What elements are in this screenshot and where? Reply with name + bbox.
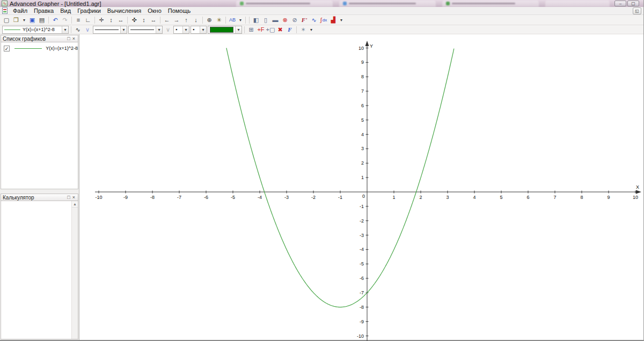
svg-text:Y: Y: [370, 43, 373, 49]
color-swatch: [210, 27, 233, 33]
add-table-button[interactable]: +▢: [266, 25, 275, 34]
svg-text:7: 7: [361, 88, 364, 94]
open-button[interactable]: ❐: [11, 16, 21, 24]
shrink-vertical-button[interactable]: ↕: [139, 16, 149, 24]
menu-calculations[interactable]: Вычисления: [104, 7, 144, 15]
statistics-button[interactable]: ▟: [328, 16, 338, 24]
toolbar-separator: [249, 17, 250, 24]
shrink-graph-button[interactable]: ✜: [129, 16, 139, 24]
default-scale-button[interactable]: ⊕: [204, 16, 214, 24]
graph-type-button[interactable]: ∿: [73, 25, 83, 34]
svg-text:9: 9: [607, 195, 610, 200]
new-button[interactable]: ▢: [2, 16, 11, 24]
graph-list: ✓ Y(x)=(x+1)^2-8: [1, 42, 78, 189]
zoom-button[interactable]: ✳: [214, 16, 224, 24]
graph-list-toggle-button[interactable]: ≡: [74, 16, 83, 24]
panel-maximize-icon[interactable]: □: [66, 194, 71, 201]
redo-button[interactable]: ↷: [60, 16, 70, 24]
marker-size-select[interactable]: ▪ ▾: [191, 26, 207, 34]
undo-button[interactable]: ↶: [50, 16, 60, 24]
derivative-button[interactable]: F': [299, 16, 309, 24]
toolbar-separator: [245, 17, 246, 24]
svg-text:-7: -7: [360, 290, 364, 295]
svg-text:10: 10: [358, 46, 364, 51]
plot-canvas[interactable]: XY-10-9-8-7-6-5-4-3-2-112345678910-10-9-…: [79, 34, 644, 341]
text-labels-button[interactable]: AB: [228, 16, 237, 24]
maximize-button[interactable]: ▢: [627, 1, 639, 6]
menu-view[interactable]: Вид: [57, 7, 74, 15]
svg-text:-2: -2: [360, 218, 364, 224]
apply-style-button[interactable]: ∨: [83, 25, 92, 34]
chevron-down-icon: ▾: [235, 26, 241, 33]
svg-text:4: 4: [473, 195, 475, 200]
svg-text:10: 10: [633, 195, 638, 200]
color-select[interactable]: ▾: [208, 26, 242, 34]
open-dropdown-icon[interactable]: ▾: [21, 16, 27, 24]
scroll-left-button[interactable]: ←: [162, 16, 172, 24]
calculator-scrollbar[interactable]: ▲: [71, 201, 78, 339]
toolbar-overflow-icon[interactable]: ▾: [308, 25, 314, 34]
line-width-select[interactable]: ▾: [128, 26, 163, 34]
menu-file[interactable]: Файл: [10, 7, 31, 15]
scroll-down-button[interactable]: ↓: [191, 16, 201, 24]
trace-button[interactable]: ⊘: [290, 16, 299, 24]
svg-text:8: 8: [580, 195, 583, 200]
panel-left-toggle-button[interactable]: ◧: [251, 16, 261, 24]
menu-help[interactable]: Помощь: [165, 7, 194, 15]
svg-text:6: 6: [526, 195, 529, 200]
toolbar-separator: [71, 26, 71, 33]
stretch-vertical-button[interactable]: ↕: [106, 16, 116, 24]
toolbar-overflow-icon[interactable]: ▾: [338, 16, 345, 24]
toolbar-separator: [48, 17, 49, 24]
app-icon: ∿: [2, 1, 8, 6]
graph-list-item[interactable]: ✓ Y(x)=(x+1)^2-8: [1, 45, 78, 52]
function-select[interactable]: Y(x)=(x+1)^2-8 ▾: [2, 26, 69, 34]
panel-splitter[interactable]: [1, 189, 78, 194]
main-toolbar: ▢ ❐ ▾ ▣ ▤ ↶ ↷ ≡ ∟ ✛ ↕ ↔ ✜ ↕ ↔ ← → ↑ ↓ ⊕ …: [0, 15, 643, 25]
panel-close-icon[interactable]: ×: [71, 194, 76, 201]
menu-window[interactable]: Окно: [144, 7, 165, 15]
delete-graph-button[interactable]: ✖: [275, 25, 285, 34]
save-button[interactable]: ▣: [27, 16, 37, 24]
shrink-horizontal-button[interactable]: ↔: [149, 16, 158, 24]
menu-edit[interactable]: Правка: [31, 7, 57, 15]
menu-bar: Файл Правка Вид Графики Вычисления Окно …: [0, 7, 643, 15]
graph-visibility-checkbox[interactable]: ✓: [4, 46, 10, 51]
toolbar-separator: [296, 26, 297, 33]
scroll-up-button[interactable]: ↑: [181, 16, 191, 24]
scroll-right-button[interactable]: →: [172, 16, 181, 24]
minimize-button[interactable]: –: [614, 1, 626, 6]
graph-formula-label: Y(x)=(x+1)^2-8: [46, 46, 78, 51]
menu-graphs[interactable]: Графики: [74, 7, 104, 15]
toolbar-more-icon[interactable]: ▾: [237, 16, 244, 24]
toolbar-separator: [225, 17, 226, 24]
axes-setup-button[interactable]: ✶: [298, 25, 308, 34]
apply-style-disabled-button[interactable]: ∨: [163, 25, 173, 34]
print-button[interactable]: ▤: [37, 16, 47, 24]
panel-bottom-toggle-button[interactable]: ▬: [270, 16, 280, 24]
toolbar-separator: [244, 26, 245, 33]
trace-remove-button[interactable]: ⊗: [280, 16, 290, 24]
title-bar: ∿ Advanced Grapher - [Untitled1.agr] – ▢: [0, 0, 643, 7]
add-function-button[interactable]: +F: [256, 25, 266, 34]
panel-maximize-icon[interactable]: □: [66, 35, 71, 42]
curve-fit-button[interactable]: ∿: [309, 16, 319, 24]
move-graph-button[interactable]: ✛: [97, 16, 106, 24]
format-function-button[interactable]: F: [285, 25, 295, 34]
svg-text:-9: -9: [360, 319, 364, 324]
marker-style-select[interactable]: ▪ ▾: [173, 26, 189, 34]
stretch-horizontal-button[interactable]: ↔: [116, 16, 126, 24]
integral-button[interactable]: ∫dx: [319, 16, 328, 24]
calculator-panel-header: Калькулятор □ ×: [1, 194, 78, 201]
svg-text:-3: -3: [284, 195, 289, 200]
panel-close-icon[interactable]: ×: [71, 35, 76, 42]
svg-text:-2: -2: [311, 195, 316, 200]
scroll-up-icon[interactable]: ▲: [72, 201, 78, 207]
calculator-input-area[interactable]: ▲: [1, 201, 78, 339]
panel-right-toggle-button[interactable]: ▯: [261, 16, 270, 24]
graph-properties-button[interactable]: ⊞: [246, 25, 256, 34]
svg-text:8: 8: [361, 74, 364, 79]
axes-toggle-button[interactable]: ∟: [83, 16, 93, 24]
line-style-select[interactable]: ▾: [93, 26, 127, 34]
mdi-restore-button[interactable]: ◱: [633, 8, 641, 14]
